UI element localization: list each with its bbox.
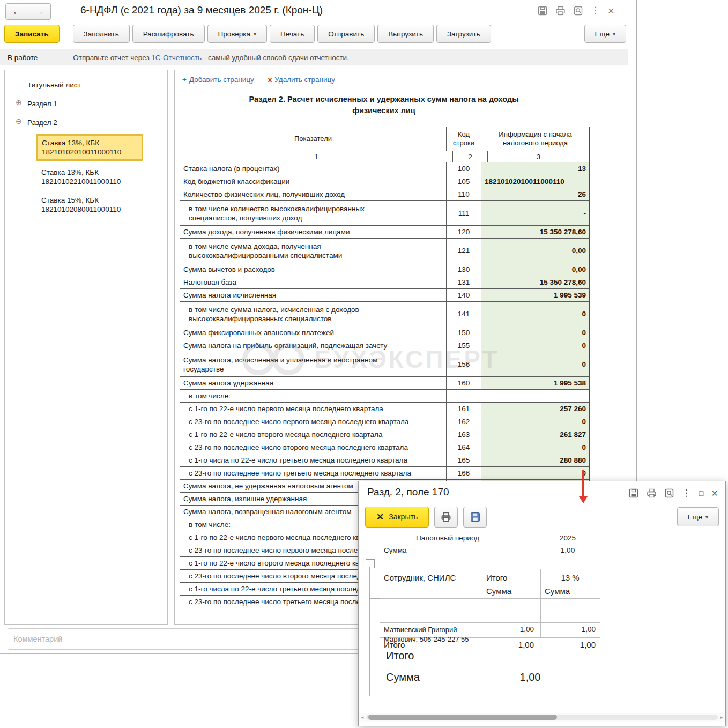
- save-record-button[interactable]: Записать: [4, 25, 60, 43]
- row-label: Сумма налога удержанная: [180, 377, 446, 389]
- save-icon[interactable]: [538, 6, 547, 16]
- row-label: Сумма налога на прибыль организаций, под…: [180, 339, 446, 352]
- row-value-field[interactable]: 15 350 278,60: [481, 226, 589, 238]
- history-nav: ← →: [5, 3, 51, 20]
- row-value-field[interactable]: 0: [481, 352, 589, 376]
- sidebar-item-label: Титульный лист: [27, 81, 81, 89]
- more-button[interactable]: Еще▾: [677, 507, 719, 526]
- row-value-field[interactable]: 0: [481, 339, 589, 352]
- row-value-field[interactable]: 1 995 538: [481, 377, 589, 389]
- sidebar-item-0[interactable]: Титульный лист: [5, 76, 167, 94]
- table-header-row: Показатели Код строки Информация с начал…: [180, 127, 589, 151]
- send-button[interactable]: Отправить: [317, 25, 375, 43]
- row-value-field[interactable]: 0,00: [481, 239, 589, 263]
- sidebar-item-3[interactable]: Ставка 13%, КБК 18210102010011000110: [36, 134, 143, 161]
- col-total-header: Итого: [486, 573, 537, 582]
- collapse-icon[interactable]: ⊖: [16, 117, 22, 126]
- row-value-field[interactable]: 0: [481, 326, 589, 339]
- row-value-field[interactable]: 13: [481, 162, 589, 175]
- print-icon[interactable]: [555, 6, 566, 16]
- menu-kebab-icon[interactable]: ⋮: [682, 488, 691, 498]
- scrollbar-track[interactable]: [366, 715, 718, 720]
- row-value-field[interactable]: -: [481, 201, 589, 225]
- sidebar-item-label: Ставка 15%, КБК 18210102080011000110: [41, 196, 121, 213]
- save-icon[interactable]: [629, 488, 638, 498]
- row-label: с 23-го по последнее число первого месяц…: [180, 415, 446, 428]
- preview-icon[interactable]: [574, 6, 583, 16]
- toolbar: Записать Заполнить Расшифровать Проверка…: [4, 25, 626, 43]
- print-button[interactable]: Печать: [270, 25, 315, 43]
- 1c-reporting-link[interactable]: 1С-Отчетность: [151, 54, 202, 62]
- expand-icon[interactable]: ⊕: [16, 98, 22, 107]
- preview-icon[interactable]: [665, 488, 674, 498]
- panel-splitter[interactable]: [170, 70, 170, 623]
- employee-row-rate-sum: 1,00: [545, 625, 596, 633]
- decrypt-button[interactable]: Расшифровать: [132, 25, 205, 43]
- row-value-field[interactable]: 18210102010011000110: [481, 175, 589, 188]
- row-value-field[interactable]: 280 880: [481, 454, 589, 466]
- row-code: 160: [446, 377, 481, 389]
- sidebar-item-4[interactable]: Ставка 13%, КБК 18210102210011000110: [5, 163, 167, 191]
- annotation-arrow: [582, 470, 584, 496]
- table-row-121: в том числе сумма дохода, полученная выс…: [180, 238, 589, 263]
- scrollbar-thumb[interactable]: [368, 715, 557, 720]
- check-button[interactable]: Проверка▾: [207, 25, 268, 43]
- table-row-131: Налоговая база13115 350 278,60: [180, 276, 589, 288]
- sidebar-item-2[interactable]: ⊖Раздел 2: [5, 113, 167, 132]
- row-value-field[interactable]: 257 260: [481, 403, 589, 415]
- row-code: 140: [446, 289, 481, 301]
- menu-kebab-icon[interactable]: ⋮: [591, 6, 600, 16]
- sections-panel: Титульный лист⊕Раздел 1⊖Раздел 2Ставка 1…: [4, 70, 168, 625]
- horizontal-scrollbar: ◂ ▸: [359, 713, 725, 722]
- back-button[interactable]: ←: [5, 3, 28, 20]
- row-code: 163: [446, 428, 481, 441]
- collapse-box-icon[interactable]: −: [366, 559, 375, 568]
- table-row-111: в том числе количество высококвалифициро…: [180, 200, 589, 225]
- import-button[interactable]: Загрузить: [436, 25, 491, 43]
- row-code: [446, 390, 481, 402]
- row-label: Налоговая база: [180, 276, 446, 288]
- row-value-field[interactable]: 0: [481, 467, 589, 479]
- fill-button[interactable]: Заполнить: [73, 25, 130, 43]
- row-label: в том числе количество высококвалифициро…: [180, 201, 446, 225]
- table-row-160: Сумма налога удержанная1601 995 538: [180, 376, 589, 389]
- forward-button[interactable]: →: [28, 3, 51, 20]
- print-button[interactable]: [434, 507, 458, 528]
- col-number: 1: [180, 151, 452, 162]
- row-value-field[interactable]: 0: [481, 302, 589, 326]
- close-icon[interactable]: ×: [711, 488, 718, 498]
- row-label: с 1-го по 22-е число второго месяца посл…: [180, 428, 446, 441]
- sidebar-item-label: Ставка 13%, КБК 18210102010011000110: [42, 139, 121, 156]
- row-value-field[interactable]: 15 350 278,60: [481, 276, 589, 288]
- table-row-sub-14: в том числе:: [180, 389, 589, 402]
- table-row-140: Сумма налога исчисленная1401 995 539: [180, 288, 589, 301]
- close-button[interactable]: ✕Закрыть: [365, 507, 429, 528]
- status-message: Отправьте отчет через 1С-Отчетность - са…: [73, 54, 349, 62]
- close-icon[interactable]: ×: [608, 6, 614, 16]
- more-button[interactable]: Еще▾: [584, 25, 627, 43]
- row-label: Сумма вычетов и расходов: [180, 263, 446, 276]
- sum-value: 1,00: [519, 546, 616, 554]
- scroll-right-icon[interactable]: ▸: [718, 715, 725, 720]
- row-value-field[interactable]: 0: [481, 415, 589, 428]
- row-value-field[interactable]: 0,00: [481, 263, 589, 276]
- row-value-field[interactable]: 261 827: [481, 428, 589, 441]
- row-code: 156: [446, 352, 481, 376]
- maximize-icon[interactable]: □: [699, 488, 703, 498]
- row-value-field[interactable]: 1 995 539: [481, 289, 589, 301]
- export-button[interactable]: Выгрузить: [377, 25, 434, 43]
- row-value-field[interactable]: 26: [481, 188, 589, 200]
- header-line-code: Код строки: [446, 127, 481, 151]
- sidebar-item-5[interactable]: Ставка 15%, КБК 18210102080011000110: [5, 191, 167, 219]
- popup-title: Разд. 2, поле 170: [367, 486, 449, 498]
- table-row-162: с 23-го по последнее число первого месяц…: [180, 415, 589, 428]
- sidebar-item-1[interactable]: ⊕Раздел 1: [5, 94, 167, 113]
- row-value-field[interactable]: 0: [481, 441, 589, 454]
- add-page-link[interactable]: +Добавить страницу: [182, 76, 254, 84]
- print-icon[interactable]: [647, 488, 657, 498]
- field-170-detail-window: Разд. 2, поле 170 ⋮ □ × ✕Закрыть Еще▾: [358, 481, 726, 726]
- status-state-link[interactable]: В работе: [8, 54, 38, 62]
- delete-page-link[interactable]: xУдалить страницу: [268, 76, 335, 84]
- scroll-left-icon[interactable]: ◂: [359, 715, 366, 720]
- save-button[interactable]: [463, 507, 487, 528]
